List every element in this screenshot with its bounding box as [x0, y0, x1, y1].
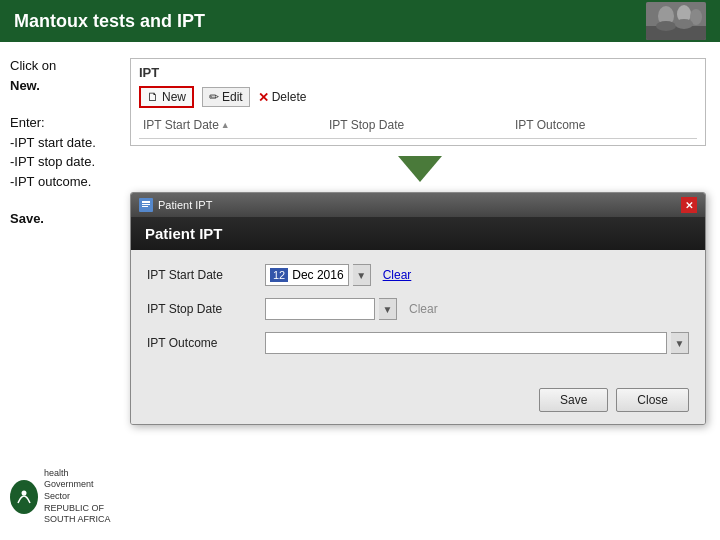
- col-ipt-stop: IPT Stop Date: [325, 116, 511, 134]
- ipt-start-field-group: 12 Dec 2016 ▼ Clear: [265, 264, 689, 286]
- patient-ipt-dialog: Patient IPT ✕ Patient IPT IPT Start Date…: [130, 192, 706, 425]
- header: Mantoux tests and IPT: [0, 0, 720, 42]
- arrow-down-indicator: [130, 156, 710, 182]
- toolbar-buttons: 🗋 New ✏ Edit ✕ Delete: [139, 86, 697, 108]
- ipt-start-date-dropdown[interactable]: ▼: [353, 264, 371, 286]
- ipt-stop-date-value[interactable]: [265, 298, 375, 320]
- ipt-outcome-input[interactable]: [265, 332, 667, 354]
- svg-point-6: [675, 19, 693, 29]
- logo-text: health Government Sector REPUBLIC OF SOU…: [44, 468, 120, 526]
- ipt-outcome-field-group: ▼: [265, 332, 689, 354]
- ipt-title-text: IPT: [139, 65, 159, 80]
- right-panel: IPT 🗋 New ✏ Edit ✕ Delete IPT Start Da: [130, 42, 720, 540]
- close-dialog-button[interactable]: Close: [616, 388, 689, 412]
- enter-ipt-start: -IPT start date.: [10, 135, 96, 150]
- col-stop-label: IPT Stop Date: [329, 118, 404, 132]
- save-button[interactable]: Save: [539, 388, 608, 412]
- ipt-toolbar-window: IPT 🗋 New ✏ Edit ✕ Delete IPT Start Da: [130, 58, 706, 146]
- ipt-column-headers: IPT Start Date ▲ IPT Stop Date IPT Outco…: [139, 116, 697, 139]
- ipt-stop-date-row: IPT Stop Date ▼ Clear: [147, 298, 689, 320]
- dialog-app-icon: [139, 198, 153, 212]
- new-btn-label: New: [162, 90, 186, 104]
- svg-rect-4: [646, 26, 706, 40]
- ipt-start-date-value[interactable]: 12 Dec 2016: [265, 264, 349, 286]
- dialog-close-button[interactable]: ✕: [681, 197, 697, 213]
- logo-circle: [10, 480, 38, 514]
- sort-arrow-icon: ▲: [221, 120, 230, 130]
- delete-btn-label: Delete: [272, 90, 307, 104]
- dialog-header-bar: Patient IPT: [131, 217, 705, 250]
- main-content: Click on New. Enter: -IPT start date. -I…: [0, 42, 720, 540]
- col-ipt-start: IPT Start Date ▲: [139, 116, 325, 134]
- new-instruction: New.: [10, 78, 40, 93]
- svg-rect-11: [142, 204, 150, 205]
- dialog-header-text: Patient IPT: [145, 225, 223, 242]
- date-day-highlight: 12: [270, 268, 288, 282]
- ipt-start-date-row: IPT Start Date 12 Dec 2016 ▼ Clear: [147, 264, 689, 286]
- ipt-stop-label: IPT Stop Date: [147, 302, 257, 316]
- down-arrow-icon: [398, 156, 442, 182]
- date-rest: Dec 2016: [292, 268, 343, 282]
- svg-point-7: [11, 484, 37, 510]
- ipt-start-clear-link[interactable]: Clear: [383, 268, 412, 282]
- instructions: Click on New. Enter: -IPT start date. -I…: [10, 56, 120, 229]
- logo-sector: Sector: [44, 491, 120, 503]
- col-start-label: IPT Start Date: [143, 118, 219, 132]
- svg-rect-12: [142, 206, 148, 207]
- edit-icon: ✏: [209, 90, 219, 104]
- dialog-body: IPT Start Date 12 Dec 2016 ▼ Clear IPT S…: [131, 250, 705, 380]
- save-instruction: Save.: [10, 211, 44, 226]
- dialog-title-left: Patient IPT: [139, 198, 212, 212]
- svg-rect-10: [142, 201, 150, 203]
- logo-country: REPUBLIC OF SOUTH AFRICA: [44, 503, 120, 526]
- new-button[interactable]: 🗋 New: [139, 86, 194, 108]
- click-on-block: Click on New.: [10, 56, 120, 95]
- ipt-title-bar: IPT: [139, 65, 697, 80]
- col-outcome-label: IPT Outcome: [515, 118, 585, 132]
- svg-point-5: [656, 21, 676, 31]
- page-title: Mantoux tests and IPT: [14, 11, 205, 32]
- header-image: [646, 2, 706, 40]
- footer-logo: health Government Sector REPUBLIC OF SOU…: [10, 458, 120, 526]
- ipt-start-label: IPT Start Date: [147, 268, 257, 282]
- enter-block: Enter: -IPT start date. -IPT stop date. …: [10, 113, 120, 191]
- dialog-footer: Save Close: [131, 380, 705, 424]
- edit-btn-label: Edit: [222, 90, 243, 104]
- enter-ipt-outcome: -IPT outcome.: [10, 174, 91, 189]
- dialog-titlebar: Patient IPT ✕: [131, 193, 705, 217]
- edit-button[interactable]: ✏ Edit: [202, 87, 250, 107]
- save-block: Save.: [10, 209, 120, 229]
- ipt-outcome-row: IPT Outcome ▼: [147, 332, 689, 354]
- new-icon: 🗋: [147, 90, 159, 104]
- delete-icon: ✕: [258, 90, 269, 105]
- col-ipt-outcome: IPT Outcome: [511, 116, 697, 134]
- ipt-stop-field-group: ▼ Clear: [265, 298, 689, 320]
- ipt-stop-clear-link: Clear: [409, 302, 438, 316]
- svg-point-8: [22, 490, 27, 495]
- left-panel: Click on New. Enter: -IPT start date. -I…: [0, 42, 130, 540]
- delete-button[interactable]: ✕ Delete: [258, 90, 307, 105]
- logo-health: health: [44, 468, 120, 480]
- ipt-outcome-label: IPT Outcome: [147, 336, 257, 350]
- dialog-title-text: Patient IPT: [158, 199, 212, 211]
- enter-label: Enter:: [10, 115, 45, 130]
- ipt-outcome-dropdown[interactable]: ▼: [671, 332, 689, 354]
- logo-gov: Government: [44, 479, 120, 491]
- click-on-text: Click on: [10, 58, 56, 73]
- ipt-stop-date-dropdown[interactable]: ▼: [379, 298, 397, 320]
- enter-ipt-stop: -IPT stop date.: [10, 154, 95, 169]
